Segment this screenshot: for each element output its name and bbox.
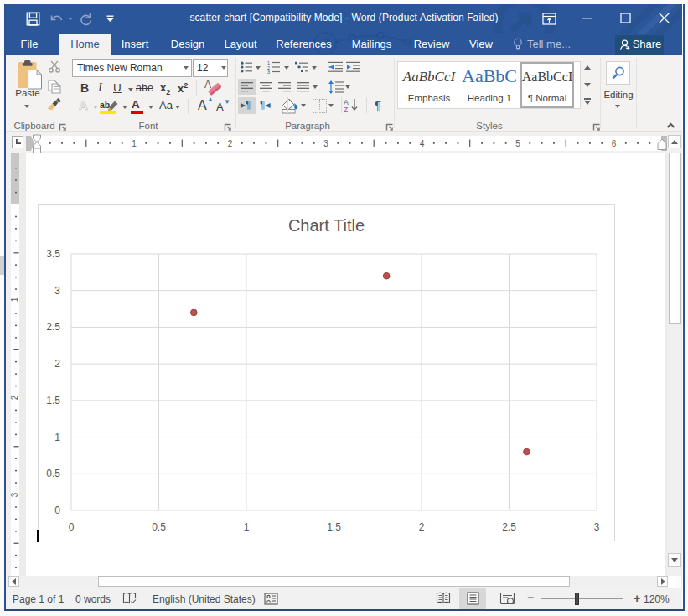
svg-text:2: 2 bbox=[419, 521, 425, 533]
svg-text:1.5: 1.5 bbox=[46, 395, 60, 406]
svg-text:0.5: 0.5 bbox=[46, 468, 60, 479]
svg-text:1: 1 bbox=[244, 521, 250, 533]
svg-text:2.5: 2.5 bbox=[46, 321, 60, 333]
svg-text:0.5: 0.5 bbox=[152, 521, 166, 533]
svg-text:0: 0 bbox=[69, 521, 75, 533]
svg-text:6: 6 bbox=[612, 139, 617, 148]
svg-text:2: 2 bbox=[228, 139, 233, 148]
svg-text:2: 2 bbox=[54, 358, 60, 370]
svg-text:3: 3 bbox=[267, 70, 270, 74]
svg-text:3: 3 bbox=[594, 521, 600, 533]
svg-text:4: 4 bbox=[420, 139, 425, 148]
svg-text:0: 0 bbox=[54, 505, 60, 516]
svg-text:1.5: 1.5 bbox=[327, 521, 341, 533]
svg-text:ab: ab bbox=[100, 100, 110, 110]
svg-text:2.5: 2.5 bbox=[502, 521, 516, 533]
svg-text:A: A bbox=[204, 79, 211, 91]
svg-text:3.5: 3.5 bbox=[46, 248, 60, 260]
svg-text:Z: Z bbox=[344, 106, 348, 113]
svg-text:1: 1 bbox=[54, 432, 60, 443]
svg-text:1: 1 bbox=[132, 139, 137, 148]
svg-text:3: 3 bbox=[54, 285, 60, 297]
svg-text:3: 3 bbox=[323, 139, 328, 148]
svg-text:5: 5 bbox=[515, 139, 520, 148]
